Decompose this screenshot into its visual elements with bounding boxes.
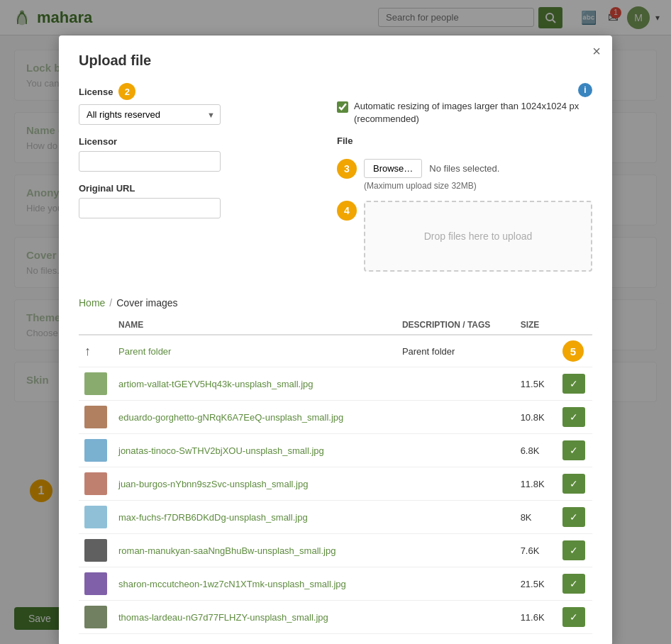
modal-left-column: License 2 All rights reserved Creative C…	[79, 83, 320, 283]
browse-button[interactable]: Browse…	[364, 159, 422, 178]
step4-badge: 4	[337, 201, 357, 221]
modal-title: Upload file	[79, 52, 592, 69]
licensor-field-group: Licensor	[79, 136, 320, 172]
row-size	[515, 335, 557, 367]
col-action-header	[557, 316, 592, 335]
file-table-body: ↑ Parent folder Parent folder 5 artiom-v…	[79, 335, 592, 428]
row-desc: Parent folder	[396, 335, 515, 367]
license-select-wrapper: All rights reserved Creative Commons Pub…	[79, 104, 221, 125]
upload-file-modal: × Upload file License 2 All rights reser…	[59, 35, 612, 428]
step2-badge: 2	[118, 83, 135, 100]
auto-resize-checkbox-row: Automatic resizing of images larger than…	[337, 100, 592, 126]
no-files-label: No files selected.	[429, 163, 499, 174]
col-thumb	[79, 316, 113, 335]
row-action[interactable]: ✓	[557, 401, 592, 428]
original-url-label-row: Original URL	[79, 183, 320, 194]
row-thumb	[79, 367, 113, 401]
auto-resize-info-icon[interactable]: i	[578, 83, 592, 97]
file-browse-row: Browse… No files selected.	[364, 159, 499, 178]
license-label: License	[79, 87, 113, 97]
drop-zone[interactable]: Drop files here to upload	[364, 201, 592, 272]
select-file-button[interactable]: ✓	[562, 407, 585, 427]
file-name-link[interactable]: artiom-vallat-tGEYV5Hq43k-unsplash_small…	[118, 379, 314, 389]
modal-body: License 2 All rights reserved Creative C…	[79, 83, 592, 283]
auto-resize-info-row: i	[337, 83, 592, 97]
auto-resize-label: Automatic resizing of images larger than…	[354, 100, 592, 126]
licensor-label: Licensor	[79, 136, 117, 147]
table-row: ↑ Parent folder Parent folder 5	[79, 335, 592, 367]
original-url-input[interactable]	[79, 198, 221, 218]
license-label-row: License 2	[79, 83, 320, 100]
col-desc-header: DESCRIPTION / TAGS	[396, 316, 515, 335]
row-desc	[396, 367, 515, 401]
licensor-label-row: Licensor	[79, 136, 320, 147]
row-size: 10.8K	[515, 401, 557, 428]
up-arrow-icon: ↑	[84, 344, 91, 358]
modal-right-column: i Automatic resizing of images larger th…	[337, 83, 592, 283]
breadcrumb-home-link[interactable]: Home	[79, 297, 105, 309]
modal-close-button[interactable]: ×	[592, 44, 601, 58]
file-label: File	[337, 135, 353, 146]
row-thumb	[79, 401, 113, 428]
drop-zone-label: Drop files here to upload	[424, 231, 533, 242]
row-desc	[396, 401, 515, 428]
file-step-row: File	[337, 135, 592, 150]
row-size: 11.5K	[515, 367, 557, 401]
license-select[interactable]: All rights reserved Creative Commons Pub…	[79, 104, 221, 125]
table-row: artiom-vallat-tGEYV5Hq43k-unsplash_small…	[79, 367, 592, 401]
col-name-header: NAME	[113, 316, 396, 335]
auto-resize-checkbox[interactable]	[337, 101, 348, 113]
row-name[interactable]: eduardo-gorghetto-gNRqK6A7EeQ-unsplash_s…	[113, 401, 396, 428]
file-table: NAME DESCRIPTION / TAGS SIZE ↑ Parent fo…	[79, 316, 592, 428]
file-upload-section: Browse… No files selected. (Maximum uplo…	[364, 159, 499, 198]
row-name[interactable]: artiom-vallat-tGEYV5Hq43k-unsplash_small…	[113, 367, 396, 401]
max-upload-hint: (Maximum upload size 32MB)	[364, 181, 499, 191]
breadcrumb-current: Cover images	[116, 297, 177, 309]
table-header-row: NAME DESCRIPTION / TAGS SIZE	[79, 316, 592, 335]
licensor-input[interactable]	[79, 151, 221, 172]
file-thumbnail	[84, 372, 107, 395]
modal-overlay: × Upload file License 2 All rights reser…	[0, 0, 671, 428]
original-url-field-group: Original URL	[79, 183, 320, 218]
row-icon: ↑	[79, 335, 113, 367]
row-action[interactable]: ✓	[557, 367, 592, 401]
file-thumbnail	[84, 406, 107, 428]
row-action: 5	[557, 335, 592, 367]
parent-folder-link[interactable]: Parent folder	[118, 346, 171, 357]
breadcrumb: Home / Cover images	[79, 297, 592, 309]
table-row: eduardo-gorghetto-gNRqK6A7EeQ-unsplash_s…	[79, 401, 592, 428]
breadcrumb-separator: /	[109, 297, 112, 309]
step5-badge: 5	[562, 340, 584, 362]
file-name-link[interactable]: eduardo-gorghetto-gNRqK6A7EeQ-unsplash_s…	[118, 412, 343, 423]
license-field-group: License 2 All rights reserved Creative C…	[79, 83, 320, 125]
step3-badge: 3	[337, 159, 357, 179]
select-file-button[interactable]: ✓	[562, 374, 585, 394]
col-size-header: SIZE	[515, 316, 557, 335]
original-url-label: Original URL	[79, 183, 135, 194]
row-name[interactable]: Parent folder	[113, 335, 396, 367]
